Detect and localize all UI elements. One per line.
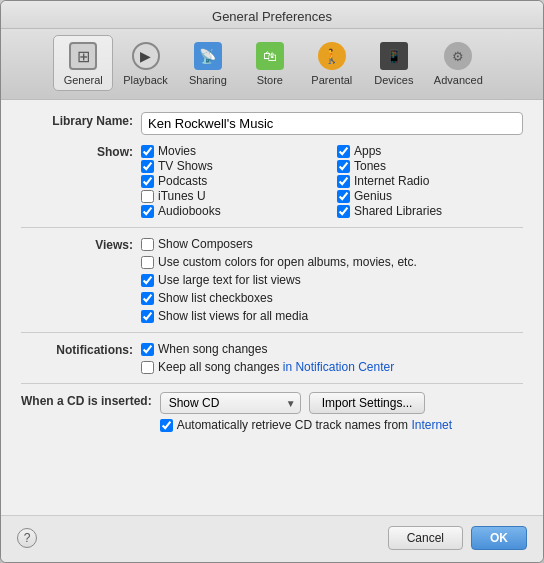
toolbar-advanced-label: Advanced: [434, 74, 483, 86]
view-show-composers-label: Show Composers: [158, 237, 253, 251]
notif-keep-changes-label: Keep all song changes in Notification Ce…: [158, 360, 394, 374]
view-list-views-all-media-checkbox[interactable]: [141, 310, 154, 323]
content-area: Library Name: Show: Movies TV S: [1, 100, 543, 515]
show-content: Movies TV Shows Podcasts iTunes U: [141, 143, 523, 219]
show-itunesu: iTunes U: [141, 189, 327, 203]
toolbar-store[interactable]: 🛍 Store: [240, 36, 300, 90]
ok-button[interactable]: OK: [471, 526, 527, 550]
notifications-row: Notifications: When song changes Keep al…: [21, 341, 523, 375]
view-large-text-label: Use large text for list views: [158, 273, 301, 287]
views-label: Views:: [21, 236, 141, 252]
toolbar: ⊞ General ▶ Playback 📡 Sharing 🛍 Store 🚶: [1, 29, 543, 100]
toolbar-parental-label: Parental: [311, 74, 352, 86]
cd-auto-retrieve-checkbox[interactable]: [160, 419, 173, 432]
general-icon: ⊞: [67, 40, 99, 72]
view-show-composers-checkbox[interactable]: [141, 238, 154, 251]
show-apps-checkbox[interactable]: [337, 145, 350, 158]
divider-1: [21, 227, 523, 228]
view-list-views-all-media-label: Show list views for all media: [158, 309, 308, 323]
show-shared-libraries-checkbox[interactable]: [337, 205, 350, 218]
toolbar-playback[interactable]: ▶ Playback: [115, 36, 176, 90]
show-movies: Movies: [141, 144, 327, 158]
footer-bar: ? Cancel OK: [1, 515, 543, 562]
notifications-section: When song changes Keep all song changes …: [141, 341, 523, 375]
notif-song-changes-checkbox[interactable]: [141, 343, 154, 356]
cancel-button[interactable]: Cancel: [388, 526, 463, 550]
show-left-col: Movies TV Shows Podcasts iTunes U: [141, 143, 327, 219]
view-list-views-all-media: Show list views for all media: [141, 309, 523, 323]
cd-select-wrapper: Show CD Begin Playing Ask To Import Impo…: [160, 392, 301, 414]
show-apps-label: Apps: [354, 144, 381, 158]
show-genius-checkbox[interactable]: [337, 190, 350, 203]
show-genius: Genius: [337, 189, 523, 203]
show-checkboxes: Movies TV Shows Podcasts iTunes U: [141, 143, 523, 219]
playback-icon: ▶: [130, 40, 162, 72]
help-button[interactable]: ?: [17, 528, 37, 548]
sharing-icon: 📡: [192, 40, 224, 72]
view-large-text: Use large text for list views: [141, 273, 523, 287]
show-tones: Tones: [337, 159, 523, 173]
show-apps: Apps: [337, 144, 523, 158]
cd-row: When a CD is inserted: Show CD Begin Pla…: [21, 392, 523, 433]
show-tones-checkbox[interactable]: [337, 160, 350, 173]
title-bar: General Preferences: [1, 1, 543, 29]
view-custom-colors-checkbox[interactable]: [141, 256, 154, 269]
view-custom-colors-label: Use custom colors for open albums, movie…: [158, 255, 417, 269]
toolbar-general[interactable]: ⊞ General: [53, 35, 113, 91]
toolbar-devices-label: Devices: [374, 74, 413, 86]
cd-auto-retrieve-label: Automatically retrieve CD track names fr…: [177, 418, 452, 432]
show-label: Show:: [21, 143, 141, 159]
view-large-text-checkbox[interactable]: [141, 274, 154, 287]
view-list-checkboxes-label: Show list checkboxes: [158, 291, 273, 305]
toolbar-store-label: Store: [257, 74, 283, 86]
show-internet-radio-label: Internet Radio: [354, 174, 429, 188]
show-podcasts-label: Podcasts: [158, 174, 207, 188]
divider-3: [21, 383, 523, 384]
toolbar-general-label: General: [64, 74, 103, 86]
cd-auto-retrieve: Automatically retrieve CD track names fr…: [160, 418, 523, 432]
show-audiobooks: Audiobooks: [141, 204, 327, 218]
cd-auto-row: Automatically retrieve CD track names fr…: [160, 418, 523, 432]
show-tvshows-checkbox[interactable]: [141, 160, 154, 173]
toolbar-sharing[interactable]: 📡 Sharing: [178, 36, 238, 90]
show-shared-libraries-label: Shared Libraries: [354, 204, 442, 218]
advanced-icon: ⚙: [442, 40, 474, 72]
show-podcasts-checkbox[interactable]: [141, 175, 154, 188]
views-row: Views: Show Composers Use custom colors …: [21, 236, 523, 324]
notif-keep-changes-checkbox[interactable]: [141, 361, 154, 374]
show-podcasts: Podcasts: [141, 174, 327, 188]
show-movies-checkbox[interactable]: [141, 145, 154, 158]
show-movies-label: Movies: [158, 144, 196, 158]
views-content: Show Composers Use custom colors for ope…: [141, 236, 523, 324]
notifications-label: Notifications:: [21, 341, 141, 357]
show-genius-label: Genius: [354, 189, 392, 203]
notif-song-changes: When song changes: [141, 342, 523, 356]
show-audiobooks-label: Audiobooks: [158, 204, 221, 218]
show-audiobooks-checkbox[interactable]: [141, 205, 154, 218]
show-itunesu-checkbox[interactable]: [141, 190, 154, 203]
views-section: Show Composers Use custom colors for ope…: [141, 236, 523, 324]
toolbar-devices[interactable]: 📱 Devices: [364, 36, 424, 90]
preferences-window: General Preferences ⊞ General ▶ Playback…: [0, 0, 544, 563]
show-tvshows: TV Shows: [141, 159, 327, 173]
toolbar-parental[interactable]: 🚶 Parental: [302, 36, 362, 90]
parental-icon: 🚶: [316, 40, 348, 72]
toolbar-advanced[interactable]: ⚙ Advanced: [426, 36, 491, 90]
show-internet-radio-checkbox[interactable]: [337, 175, 350, 188]
help-icon: ?: [24, 531, 31, 545]
internet-link[interactable]: Internet: [411, 418, 452, 432]
devices-icon: 📱: [378, 40, 410, 72]
library-name-label: Library Name:: [21, 112, 141, 128]
notification-center-link[interactable]: in Notification Center: [283, 360, 394, 374]
notif-keep-changes: Keep all song changes in Notification Ce…: [141, 360, 523, 374]
show-shared-libraries: Shared Libraries: [337, 204, 523, 218]
cd-action-select[interactable]: Show CD Begin Playing Ask To Import Impo…: [160, 392, 301, 414]
import-settings-button[interactable]: Import Settings...: [309, 392, 426, 414]
show-tones-label: Tones: [354, 159, 386, 173]
cd-label: When a CD is inserted:: [21, 392, 160, 408]
view-custom-colors: Use custom colors for open albums, movie…: [141, 255, 523, 269]
library-name-input[interactable]: [141, 112, 523, 135]
show-internet-radio: Internet Radio: [337, 174, 523, 188]
show-tvshows-label: TV Shows: [158, 159, 213, 173]
view-list-checkboxes-checkbox[interactable]: [141, 292, 154, 305]
